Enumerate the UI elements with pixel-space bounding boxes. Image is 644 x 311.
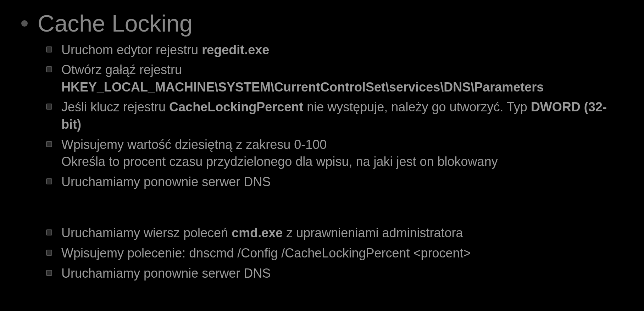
list-primary: Uruchom edytor rejestru regedit.exe Otwó… [46,41,619,191]
slide-heading: Cache Locking [38,11,193,37]
square-bullet-icon [46,178,52,184]
item-text: Jeśli klucz rejestru CacheLockingPercent… [61,99,619,133]
square-bullet-icon [46,229,52,235]
spacer [25,193,619,222]
slide: Cache Locking Uruchom edytor rejestru re… [0,0,644,295]
text-span: Jeśli klucz rejestru [61,100,169,114]
item-text: Uruchamiamy ponownie serwer DNS [61,265,271,282]
item-text: Uruchom edytor rejestru regedit.exe [61,41,269,59]
list-item: Uruchom edytor rejestru regedit.exe [46,41,619,59]
item-text: Wpisujemy polecenie: dnscmd /Config /Cac… [61,245,471,262]
text-span: Uruchom edytor rejestru [61,43,202,57]
heading-row: Cache Locking [21,11,619,37]
list-item: Uruchamiamy wiersz poleceń cmd.exe z upr… [46,224,619,242]
text-span: Uruchamiamy wiersz poleceń [61,226,232,240]
bold-span: HKEY_LOCAL_MACHINE\SYSTEM\CurrentControl… [61,80,544,94]
square-bullet-icon [46,270,52,276]
list-item: Uruchamiamy ponownie serwer DNS [46,265,619,282]
item-text: Uruchamiamy ponownie serwer DNS [61,173,271,191]
text-span: z uprawnieniami administratora [283,226,463,240]
item-text: Uruchamiamy wiersz poleceń cmd.exe z upr… [61,224,463,242]
bold-span: cmd.exe [232,226,283,240]
item-text: Wpisujemy wartość dziesiętną z zakresu 0… [61,136,498,171]
list-item: Wpisujemy polecenie: dnscmd /Config /Cac… [46,245,619,262]
bold-span: CacheLockingPercent [169,100,303,114]
list-secondary: Uruchamiamy wiersz poleceń cmd.exe z upr… [46,224,619,282]
bullet-icon [21,20,28,27]
square-bullet-icon [46,66,52,72]
list-item: Wpisujemy wartość dziesiętną z zakresu 0… [46,136,619,171]
text-span: Otwórz gałąź rejestru [61,62,182,77]
list-item: Otwórz gałąź rejestru HKEY_LOCAL_MACHINE… [46,61,619,96]
square-bullet-icon [46,250,52,256]
text-span: Wpisujemy wartość dziesiętną z zakresu 0… [61,137,327,152]
bold-span: regedit.exe [202,43,269,57]
item-text: Otwórz gałąź rejestru HKEY_LOCAL_MACHINE… [61,61,544,96]
list-item: Uruchamiamy ponownie serwer DNS [46,173,619,191]
text-span: Określa to procent czasu przydzielonego … [61,154,498,169]
square-bullet-icon [46,46,52,52]
text-span: nie występuje, należy go utworzyć. Typ [303,100,531,114]
square-bullet-icon [46,104,52,110]
square-bullet-icon [46,141,52,147]
list-item: Jeśli klucz rejestru CacheLockingPercent… [46,99,619,133]
